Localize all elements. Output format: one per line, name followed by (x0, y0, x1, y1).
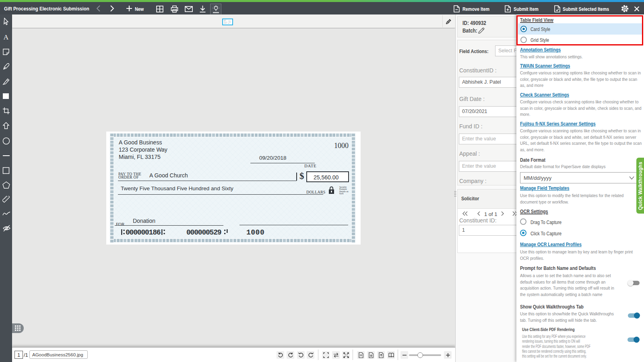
svg-text:A: A (4, 33, 9, 41)
